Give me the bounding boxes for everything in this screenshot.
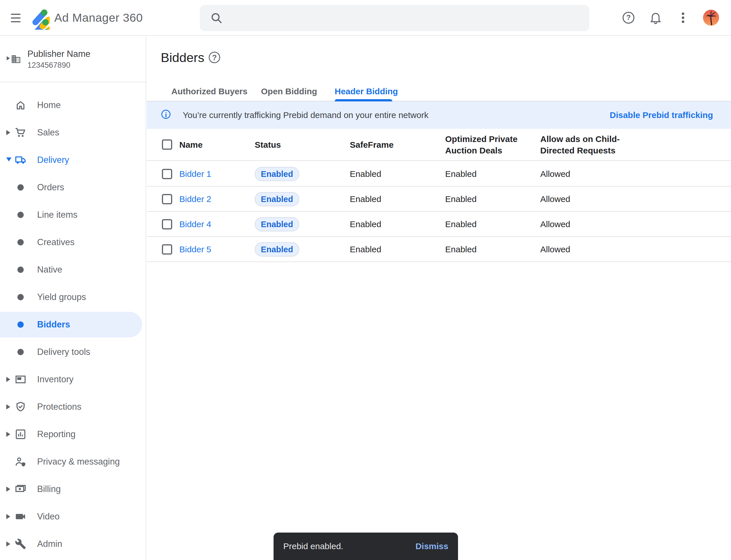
sidebar-item-creatives[interactable]: Creatives — [0, 229, 146, 256]
status-badge: Enabled — [255, 167, 299, 181]
allow-child-directed-value: Allowed — [540, 187, 570, 212]
table-row: Bidder 2EnabledEnabledEnabledAllowed — [147, 187, 731, 212]
allow-child-directed-value: Allowed — [540, 161, 570, 187]
allow-child-directed-value: Allowed — [540, 237, 570, 262]
sidebar-item-label: Delivery — [37, 155, 69, 165]
bar-chart-icon — [15, 429, 26, 440]
toast-message: Prebid enabled. — [283, 541, 343, 551]
sidebar-item-delivery[interactable]: Delivery — [0, 146, 146, 174]
row-checkbox[interactable] — [162, 244, 172, 255]
toast-dismiss-button[interactable]: Dismiss — [415, 541, 448, 551]
home-icon — [15, 99, 26, 111]
bidder-link[interactable]: Bidder 4 — [179, 212, 211, 237]
row-checkbox[interactable] — [162, 169, 172, 179]
sidebar-item-privacy-messaging[interactable]: Privacy & messaging — [0, 448, 146, 475]
info-banner: i You’re currently trafficking Prebid de… — [147, 101, 731, 129]
sidebar-item-billing[interactable]: Billing — [0, 475, 146, 503]
active-tab-underline — [335, 99, 392, 101]
table-header: NameStatusSafeFrameOptimized Private Auc… — [147, 129, 731, 161]
page-help-icon[interactable]: ? — [209, 52, 220, 63]
sidebar-item-bidders[interactable]: Bidders — [0, 311, 146, 338]
videocam-icon — [15, 511, 26, 522]
tab-authorized-buyers[interactable]: Authorized Buyers — [171, 87, 248, 96]
bidder-link[interactable]: Bidder 2 — [179, 187, 211, 212]
sidebar-item-inventory[interactable]: Inventory — [0, 366, 146, 393]
menu-icon[interactable] — [11, 14, 21, 22]
optimized-private-auction-deals-value: Enabled — [445, 187, 476, 212]
truck-icon — [15, 154, 26, 166]
sidebar-item-label: Protections — [37, 402, 81, 412]
sidebar-item-yield-groups[interactable]: Yield groups — [0, 283, 146, 311]
expand-right-icon — [6, 487, 10, 492]
expand-right-icon — [6, 130, 10, 135]
sidebar-item-reporting[interactable]: Reporting — [0, 421, 146, 448]
expand-right-icon — [6, 404, 10, 409]
bidder-link[interactable]: Bidder 1 — [179, 161, 211, 187]
sidebar-item-label: Yield groups — [37, 292, 86, 302]
column-header: Status — [255, 129, 329, 161]
avatar[interactable] — [703, 10, 719, 26]
sidebar: Publisher Name 1234567890 HomeSalesDeliv… — [0, 36, 146, 560]
sidebar-item-label: Inventory — [37, 374, 74, 385]
sidebar-nav: HomeSalesDeliveryOrdersLine itemsCreativ… — [0, 91, 146, 558]
notifications-icon[interactable] — [649, 11, 662, 25]
column-header: SafeFrame — [350, 129, 435, 161]
select-all-checkbox[interactable] — [162, 139, 172, 150]
sidebar-item-label: Native — [37, 265, 62, 275]
building-icon — [11, 54, 21, 64]
expand-right-icon — [6, 432, 10, 437]
column-header: Optimized Private Auction Deals — [445, 129, 534, 161]
tab-open-bidding[interactable]: Open Bidding — [261, 87, 317, 96]
help-icon[interactable]: ? — [622, 11, 635, 25]
search-input[interactable] — [231, 5, 574, 31]
cart-icon — [15, 127, 26, 138]
bullet-icon — [17, 294, 24, 300]
expand-right-icon — [6, 541, 10, 547]
sidebar-item-home[interactable]: Home — [0, 91, 146, 119]
bullet-icon — [17, 239, 24, 245]
publisher-account[interactable]: Publisher Name 1234567890 — [0, 36, 146, 82]
sidebar-item-orders[interactable]: Orders — [0, 174, 146, 201]
optimized-private-auction-deals-value: Enabled — [445, 212, 476, 237]
sidebar-item-video[interactable]: Video — [0, 503, 146, 530]
column-header: Allow ads on Child-Directed Requests — [540, 129, 632, 161]
optimized-private-auction-deals-value: Enabled — [445, 237, 476, 262]
sidebar-item-label: Video — [37, 511, 60, 522]
expand-right-icon — [7, 56, 10, 60]
column-header: Name — [179, 129, 237, 161]
toast: Prebid enabled. Dismiss — [274, 533, 458, 560]
expand-right-icon — [6, 514, 10, 519]
table-row: Bidder 1EnabledEnabledEnabledAllowed — [147, 161, 731, 187]
publisher-id: 1234567890 — [27, 61, 70, 70]
bidder-link[interactable]: Bidder 5 — [179, 237, 211, 262]
row-checkbox[interactable] — [162, 194, 172, 204]
sidebar-item-label: Creatives — [37, 237, 75, 247]
publisher-name: Publisher Name — [27, 49, 91, 59]
tab-header-bidding[interactable]: Header Bidding — [335, 87, 398, 96]
table-row: Bidder 5EnabledEnabledEnabledAllowed — [147, 237, 731, 262]
search-bar[interactable] — [200, 5, 589, 31]
expand-right-icon — [6, 377, 10, 382]
svg-text:?: ? — [626, 13, 631, 22]
sidebar-item-delivery-tools[interactable]: Delivery tools — [0, 338, 146, 366]
sidebar-item-line-items[interactable]: Line items — [0, 201, 146, 229]
sidebar-item-label: Reporting — [37, 429, 75, 439]
disable-prebid-trafficking-link[interactable]: Disable Prebid trafficking — [610, 101, 713, 129]
sidebar-item-label: Delivery tools — [37, 347, 90, 357]
row-checkbox[interactable] — [162, 219, 172, 229]
sidebar-item-native[interactable]: Native — [0, 256, 146, 283]
status-badge: Enabled — [255, 192, 299, 206]
bullet-icon — [17, 184, 24, 191]
sidebar-item-admin[interactable]: Admin — [0, 530, 146, 558]
sidebar-item-label: Privacy & messaging — [37, 457, 120, 467]
info-icon: i — [161, 110, 171, 119]
bullet-icon — [17, 349, 24, 355]
status-badge: Enabled — [255, 217, 299, 231]
more-vertical-icon[interactable] — [676, 11, 690, 25]
bullet-icon — [17, 267, 24, 273]
safeframe-value: Enabled — [350, 187, 381, 212]
sidebar-item-sales[interactable]: Sales — [0, 119, 146, 146]
sidebar-item-label: Admin — [37, 539, 62, 549]
sidebar-item-protections[interactable]: Protections — [0, 393, 146, 421]
banner-text: You’re currently trafficking Prebid dema… — [183, 101, 428, 129]
